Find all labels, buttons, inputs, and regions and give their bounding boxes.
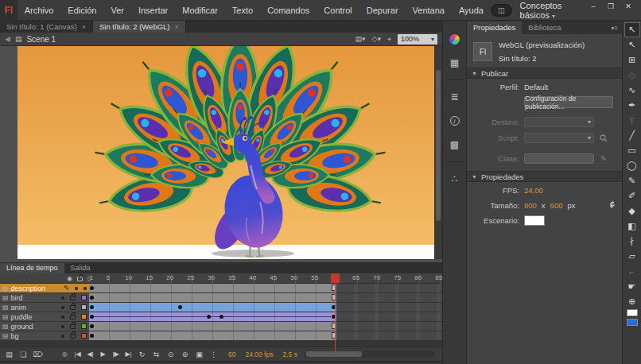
- lock-dot[interactable]: [84, 287, 87, 290]
- workspace-switcher[interactable]: Conceptos básicos▾: [520, 1, 577, 20]
- layer-name[interactable]: description: [11, 285, 46, 292]
- stage-height-value[interactable]: 600: [550, 201, 563, 210]
- menu-ver[interactable]: Ver: [103, 0, 131, 21]
- onion-outline-button[interactable]: ⊚: [179, 350, 191, 358]
- timeline-layer-row-ground[interactable]: ▤ ground: [0, 322, 442, 331]
- menu-insertar[interactable]: Insertar: [131, 0, 175, 21]
- hand-tool[interactable]: ☛: [624, 279, 640, 294]
- line-tool[interactable]: ╱: [624, 128, 640, 143]
- edit-multiple-frames-button[interactable]: ▣: [193, 350, 205, 358]
- center-stage-button[interactable]: ⌖: [387, 35, 391, 44]
- layer-name[interactable]: puddle: [11, 313, 33, 321]
- pen-tool[interactable]: ✒: [624, 98, 640, 113]
- timeline-horizontal-scrollbar[interactable]: [305, 350, 434, 358]
- panel-menu-icon[interactable]: ▾≡: [607, 25, 622, 34]
- menu-depurar[interactable]: Depurar: [359, 0, 406, 21]
- minimize-button[interactable]: –: [585, 1, 601, 13]
- layer-name[interactable]: bird: [11, 294, 23, 302]
- show-hide-all-icon[interactable]: ◉: [67, 275, 72, 282]
- layer-name[interactable]: anim: [11, 304, 27, 312]
- workspace-toggle-icon[interactable]: ◫: [491, 4, 512, 17]
- menu-ayuda[interactable]: Ayuda: [452, 0, 491, 21]
- go-last-frame-button[interactable]: ▶|: [123, 350, 134, 358]
- step-back-button[interactable]: ◀|: [85, 350, 95, 358]
- wrench-icon[interactable]: [606, 200, 616, 210]
- eraser-tool[interactable]: ▱: [624, 249, 640, 264]
- align-panel-icon[interactable]: ≣: [447, 90, 463, 104]
- tab-linea-de-tiempo[interactable]: Línea de tiempo: [0, 263, 64, 273]
- rectangle-tool[interactable]: ▭: [624, 143, 640, 158]
- fill-color-swatch[interactable]: [627, 319, 638, 326]
- code-snippets-panel-icon[interactable]: ∴: [447, 172, 463, 186]
- delete-layer-button[interactable]: ⌦: [32, 350, 44, 358]
- close-icon[interactable]: ×: [82, 23, 86, 31]
- playhead-marker[interactable]: [331, 273, 340, 283]
- stage-color-swatch[interactable]: [524, 215, 545, 226]
- properties-section-header[interactable]: ▼ Propiedades: [467, 171, 622, 182]
- timeline-layer-row-puddle[interactable]: ▤ puddle: [0, 312, 442, 322]
- zoom-tool[interactable]: ⊕: [624, 294, 640, 309]
- tab-biblioteca[interactable]: Biblioteca: [522, 21, 567, 34]
- timeline-layer-row-bg[interactable]: ▤ bg: [0, 331, 442, 341]
- pencil-tool[interactable]: ✎: [624, 173, 640, 188]
- step-forward-button[interactable]: |▶: [111, 350, 121, 358]
- document-tab-1[interactable]: Sin título: 1 (Canvas) ×: [0, 21, 93, 33]
- lock-icon[interactable]: [70, 324, 76, 329]
- stage-canvas[interactable]: [17, 46, 434, 259]
- bone-tool[interactable]: ⌐: [624, 264, 640, 279]
- text-tool[interactable]: T: [624, 113, 640, 128]
- zoom-select[interactable]: 100% ▾: [398, 34, 437, 45]
- menu-texto[interactable]: Texto: [225, 0, 260, 21]
- fps-value[interactable]: 24.00: [524, 186, 543, 195]
- eyedropper-tool[interactable]: ∤: [624, 234, 640, 249]
- loop-button[interactable]: ↻: [136, 350, 148, 358]
- layer-name[interactable]: ground: [11, 323, 33, 331]
- visibility-dot[interactable]: [61, 306, 64, 309]
- subselection-tool[interactable]: ↖: [624, 37, 640, 52]
- publish-settings-button[interactable]: Configuración de publicación...: [524, 96, 613, 108]
- menu-control[interactable]: Control: [317, 0, 359, 21]
- brush-tool[interactable]: ✐: [624, 188, 640, 203]
- free-transform-tool[interactable]: ⊞: [624, 52, 640, 68]
- current-frame-value[interactable]: 60: [228, 350, 235, 358]
- visibility-dot[interactable]: [61, 316, 64, 319]
- scene-label[interactable]: Scene 1: [26, 35, 56, 44]
- document-tab-2[interactable]: Sin título: 2 (WebGL) ×: [93, 21, 186, 33]
- center-frame-button[interactable]: ◎: [60, 350, 70, 358]
- lock-icon[interactable]: [70, 305, 76, 310]
- lock-all-icon[interactable]: [77, 277, 83, 281]
- stage-vertical-scrollbar[interactable]: [434, 46, 442, 259]
- menu-modificar[interactable]: Modificar: [175, 0, 225, 21]
- stage-width-value[interactable]: 800: [524, 201, 537, 210]
- swatches-panel-icon[interactable]: ▦: [447, 56, 463, 70]
- 3d-rotation-tool[interactable]: ◇: [624, 68, 640, 83]
- menu-comandos[interactable]: Comandos: [260, 0, 317, 21]
- ink-bottle-tool[interactable]: ◆: [624, 203, 640, 219]
- tab-propiedades[interactable]: Propiedades: [467, 21, 522, 34]
- timeline-layer-row-anim[interactable]: ▤ anim: [0, 303, 442, 312]
- menu-archivo[interactable]: Archivo: [17, 0, 61, 21]
- close-button[interactable]: ✕: [620, 1, 636, 13]
- visibility-dot[interactable]: [61, 296, 64, 300]
- timeline-ruler[interactable]: 15101520253035404550556570758085: [89, 273, 442, 284]
- edit-symbol-button[interactable]: ◇▾: [371, 35, 380, 43]
- edit-scene-button[interactable]: ▤▾: [355, 35, 365, 43]
- info-panel-icon[interactable]: i: [447, 114, 463, 128]
- restore-button[interactable]: ❐: [603, 1, 619, 13]
- tab-salida[interactable]: Salida: [64, 263, 97, 273]
- lock-icon[interactable]: [70, 334, 76, 339]
- paint-bucket-tool[interactable]: ◧: [624, 219, 640, 234]
- modify-markers-button[interactable]: ⋮: [208, 350, 219, 358]
- visibility-dot[interactable]: [75, 287, 78, 290]
- visibility-dot[interactable]: [61, 335, 64, 338]
- close-icon[interactable]: ×: [175, 23, 179, 31]
- loop-range-button[interactable]: ⇆: [150, 350, 162, 358]
- layer-name[interactable]: bg: [11, 332, 19, 340]
- new-layer-button[interactable]: ▤: [3, 350, 15, 358]
- back-arrow-icon[interactable]: ◀: [5, 35, 10, 43]
- frame-rate-value[interactable]: 24.00 fps: [245, 350, 273, 358]
- visibility-dot[interactable]: [61, 325, 64, 328]
- publish-section-header[interactable]: ▼ Publicar: [467, 68, 622, 79]
- menu-edición[interactable]: Edición: [60, 0, 103, 21]
- color-panel-icon[interactable]: [447, 32, 463, 46]
